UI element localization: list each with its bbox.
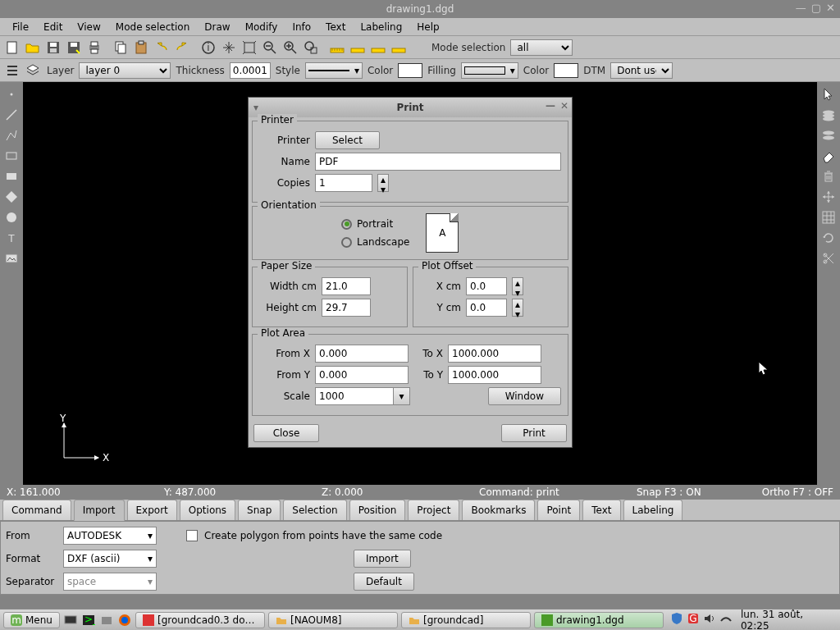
- landscape-option[interactable]: Landscape: [341, 236, 409, 248]
- dialog-minimize-icon[interactable]: —: [546, 100, 555, 112]
- window-maximize-icon[interactable]: ▢: [811, 2, 821, 14]
- scissors-icon[interactable]: [819, 249, 838, 267]
- undo-icon[interactable]: [153, 39, 171, 57]
- layers-icon[interactable]: [24, 62, 42, 80]
- style-select[interactable]: ▾: [305, 62, 363, 79]
- open-folder-icon[interactable]: [24, 39, 42, 57]
- dialog-titlebar[interactable]: ▾ Print — ✕: [249, 98, 572, 117]
- ruler2-icon[interactable]: [349, 39, 367, 57]
- import-polygon-checkbox[interactable]: [186, 530, 198, 541]
- copies-spinner[interactable]: ▴▾: [377, 174, 389, 192]
- taskbar-clock[interactable]: lun. 31 août, 02:25: [736, 609, 837, 631]
- tab-options[interactable]: Options: [180, 500, 235, 520]
- layer-select[interactable]: layer 0: [79, 62, 171, 79]
- menu-info[interactable]: Info: [285, 19, 318, 35]
- update-tray-icon[interactable]: G: [687, 612, 700, 628]
- select-printer-button[interactable]: Select: [315, 131, 380, 149]
- grid-icon[interactable]: [819, 208, 838, 226]
- menu-help[interactable]: Help: [409, 19, 446, 35]
- import-from-select[interactable]: AUTODESK▾: [63, 527, 157, 545]
- diamond-tool-icon[interactable]: [2, 188, 21, 206]
- info-icon[interactable]: i: [199, 39, 217, 57]
- tab-position[interactable]: Position: [349, 500, 406, 520]
- task-groundcad-folder[interactable]: [groundcad]: [401, 612, 531, 628]
- circle-tool-icon[interactable]: [2, 208, 21, 226]
- rectangle-tool-icon[interactable]: [2, 147, 21, 165]
- menu-mode-selection[interactable]: Mode selection: [108, 19, 197, 35]
- ruler4-icon[interactable]: [390, 39, 408, 57]
- thickness-input[interactable]: [230, 62, 271, 79]
- cursor-tool-icon[interactable]: [819, 85, 838, 103]
- terminal-tray-icon[interactable]: >_: [81, 613, 96, 628]
- fromy-input[interactable]: [315, 366, 409, 384]
- eraser-icon[interactable]: [819, 147, 838, 165]
- tab-point[interactable]: Point: [537, 500, 580, 520]
- import-sep-select[interactable]: space▾: [63, 573, 157, 591]
- filled-rect-tool-icon[interactable]: [2, 167, 21, 185]
- shield-tray-icon[interactable]: [670, 612, 683, 628]
- offset-y-spinner[interactable]: ▴▾: [512, 299, 523, 317]
- tab-import[interactable]: Import: [74, 500, 125, 521]
- close-button[interactable]: Close: [253, 424, 319, 442]
- save-as-icon[interactable]: [65, 39, 83, 57]
- tab-text[interactable]: Text: [582, 500, 620, 520]
- network-tray-icon[interactable]: [719, 612, 733, 628]
- tab-command[interactable]: Command: [2, 500, 71, 520]
- menu-edit[interactable]: Edit: [36, 19, 70, 35]
- redo-icon[interactable]: [173, 39, 191, 57]
- color2-swatch[interactable]: [554, 63, 578, 78]
- files-tray-icon[interactable]: [99, 613, 114, 628]
- ruler3-icon[interactable]: [369, 39, 387, 57]
- paper-width-input[interactable]: [322, 277, 371, 295]
- list-icon[interactable]: [3, 62, 21, 80]
- line-tool-icon[interactable]: [2, 106, 21, 124]
- menu-view[interactable]: View: [70, 19, 107, 35]
- offset-x-spinner[interactable]: ▴▾: [512, 277, 523, 295]
- fromx-input[interactable]: [315, 345, 409, 363]
- ruler1-icon[interactable]: [328, 39, 346, 57]
- move-right-icon[interactable]: [819, 188, 838, 206]
- window-minimize-icon[interactable]: —: [796, 2, 806, 14]
- save-icon[interactable]: [44, 39, 62, 57]
- portrait-radio-icon[interactable]: [341, 219, 352, 230]
- zoom-in-icon[interactable]: [281, 39, 299, 57]
- offset-x-input[interactable]: [466, 277, 507, 295]
- tab-selection[interactable]: Selection: [283, 500, 346, 520]
- tab-snap[interactable]: Snap: [238, 500, 281, 520]
- new-file-icon[interactable]: [3, 39, 21, 57]
- dialog-close-icon[interactable]: ✕: [560, 100, 568, 112]
- rotate-icon[interactable]: [819, 229, 838, 247]
- filling-select[interactable]: ▾: [461, 62, 518, 79]
- firefox-tray-icon[interactable]: [117, 613, 132, 628]
- default-button[interactable]: Default: [354, 573, 414, 591]
- dtm-select[interactable]: Dont use: [610, 62, 673, 79]
- tool-right-3-icon[interactable]: [819, 126, 838, 144]
- import-button[interactable]: Import: [354, 550, 411, 568]
- dialog-menu-icon[interactable]: ▾: [253, 102, 258, 113]
- text-tool-icon[interactable]: T: [2, 229, 21, 247]
- print-button[interactable]: Print: [501, 424, 567, 442]
- task-drawing1[interactable]: drawing1.dgd: [534, 612, 664, 628]
- window-button[interactable]: Window: [488, 387, 561, 405]
- menu-labeling[interactable]: Labeling: [353, 19, 409, 35]
- toy-input[interactable]: [448, 366, 541, 384]
- layer-right-icon[interactable]: [819, 106, 838, 124]
- offset-y-input[interactable]: [466, 299, 507, 317]
- menu-file[interactable]: File: [5, 19, 36, 35]
- menu-modify[interactable]: Modify: [238, 19, 285, 35]
- landscape-radio-icon[interactable]: [341, 237, 352, 248]
- tab-project[interactable]: Project: [408, 500, 459, 520]
- zoom-extents-icon[interactable]: [240, 39, 258, 57]
- menu-draw[interactable]: Draw: [197, 19, 237, 35]
- zoom-window-icon[interactable]: [302, 39, 320, 57]
- task-groundcad-doc[interactable]: [groundcad0.3 do…: [135, 612, 265, 628]
- paste-icon[interactable]: [132, 39, 150, 57]
- scale-input[interactable]: [315, 387, 394, 405]
- print-icon[interactable]: [85, 39, 103, 57]
- menu-text[interactable]: Text: [318, 19, 353, 35]
- task-naoum8[interactable]: [NAOUM8]: [268, 612, 398, 628]
- volume-tray-icon[interactable]: [703, 612, 716, 628]
- color-swatch[interactable]: [398, 63, 422, 78]
- trash-icon[interactable]: [819, 167, 838, 185]
- import-format-select[interactable]: DXF (ascii)▾: [63, 550, 157, 568]
